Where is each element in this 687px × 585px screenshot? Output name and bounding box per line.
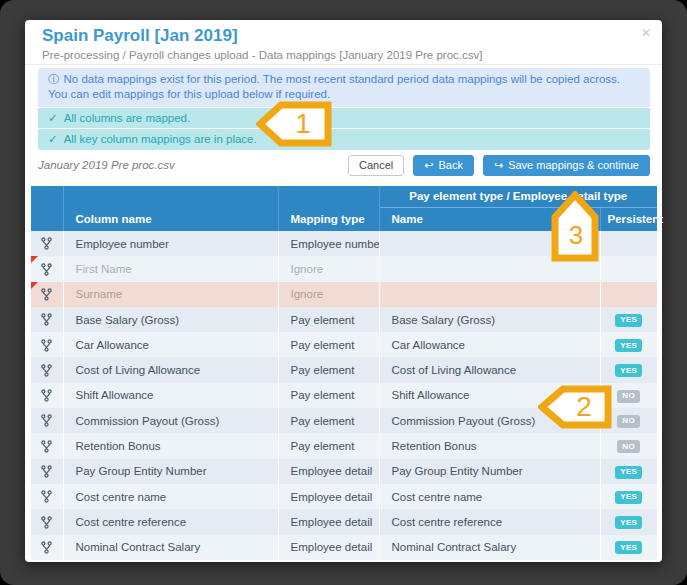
fork-icon[interactable] <box>41 465 52 478</box>
mapping-type-cell: Employee detail <box>278 484 379 509</box>
upload-filename: January 2019 Pre proc.csv <box>38 159 175 171</box>
mapping-handle-cell <box>31 307 63 332</box>
mapping-handle-cell <box>31 509 63 534</box>
table-row: Cost centre name Employee detail Cost ce… <box>31 484 657 509</box>
element-name-cell: Car Allowance <box>379 332 600 357</box>
persistent-badge: NO <box>617 440 640 453</box>
warning-flag-icon <box>31 256 38 263</box>
save-mappings-button[interactable]: ↪Save mappings & continue <box>483 155 650 176</box>
column-name-cell: Employee number <box>63 231 278 256</box>
element-name-cell: Nominal Contract Salary <box>379 535 600 560</box>
mapping-type-cell: Pay element <box>278 307 379 332</box>
persistent-cell <box>600 231 657 256</box>
info-banner-text: No data mappings exist for this period. … <box>48 73 620 100</box>
mapping-handle-cell <box>31 433 63 458</box>
check-text: All columns are mapped. <box>64 112 191 124</box>
check-text: All key column mappings are in place. <box>64 133 257 145</box>
persistent-cell <box>600 282 657 307</box>
element-name-cell: Cost centre reference <box>379 509 600 534</box>
table-row: Retention Bonus Pay element Retention Bo… <box>31 433 657 458</box>
fork-icon[interactable] <box>41 364 52 377</box>
element-name-cell: Retention Bonus <box>379 433 600 458</box>
check-key-mappings: ✓All key column mappings are in place. <box>38 129 650 150</box>
check-icon: ✓ <box>48 112 58 124</box>
persistent-cell: YES <box>600 357 657 382</box>
info-icon: ⓘ <box>48 73 60 85</box>
table-row: Cost centre reference Employee detail Co… <box>31 509 657 534</box>
column-name-cell: Shift Allowance <box>63 383 278 408</box>
persistent-header: Persistent <box>600 207 657 231</box>
icon-column-header <box>31 186 63 231</box>
persistent-cell: YES <box>600 509 657 534</box>
mapping-handle-cell <box>31 282 63 307</box>
mapping-type-cell: Pay element <box>278 357 379 382</box>
element-name-cell: Base Salary (Gross) <box>379 307 600 332</box>
mapping-type-cell: Employee detail <box>278 535 379 560</box>
fork-icon[interactable] <box>41 541 52 554</box>
persistent-badge: YES <box>615 314 642 327</box>
mapping-type-cell: Ignore <box>278 256 379 281</box>
table-row: Base Salary (Gross) Pay element Base Sal… <box>31 307 657 332</box>
fork-icon[interactable] <box>41 389 52 402</box>
fork-icon[interactable] <box>41 440 52 453</box>
annotation-arrow-2: 2 <box>538 385 612 429</box>
persistent-cell: YES <box>600 535 657 560</box>
toolbar: January 2019 Pre proc.csv Cancel ↩Back ↪… <box>38 154 650 176</box>
table-row: Cost of Living Allowance Pay element Cos… <box>31 357 657 382</box>
fork-icon[interactable] <box>41 516 52 529</box>
cancel-button[interactable]: Cancel <box>348 155 404 176</box>
group-header: Pay element type / Employee detail type <box>379 186 657 207</box>
fork-icon[interactable] <box>41 263 52 276</box>
table-row: Car Allowance Pay element Car Allowance … <box>31 332 657 357</box>
fork-icon[interactable] <box>41 288 52 301</box>
back-button[interactable]: ↩Back <box>413 155 474 176</box>
table-row: Nominal Contract Salary Employee detail … <box>31 535 657 560</box>
forward-arrow-icon: ↪ <box>494 159 503 172</box>
persistent-badge: YES <box>615 491 642 504</box>
persistent-badge: YES <box>615 541 642 554</box>
mapping-handle-cell <box>31 408 63 433</box>
svg-text:1: 1 <box>295 108 311 139</box>
column-name-cell: Commission Payout (Gross) <box>63 408 278 433</box>
fork-icon[interactable] <box>41 313 52 326</box>
fork-icon[interactable] <box>41 414 52 427</box>
persistent-badge: NO <box>617 415 640 428</box>
mapping-handle-cell <box>31 459 63 484</box>
mapping-type-header: Mapping type <box>278 186 379 231</box>
mapping-handle-cell <box>31 231 63 256</box>
warning-flag-icon <box>31 282 38 289</box>
mapping-handle-cell <box>31 332 63 357</box>
back-arrow-icon: ↩ <box>424 159 433 172</box>
persistent-cell: NO <box>600 433 657 458</box>
svg-text:3: 3 <box>569 220 583 250</box>
mapping-type-cell: Pay element <box>278 433 379 458</box>
column-name-cell: Surname <box>63 282 278 307</box>
element-name-cell <box>379 282 600 307</box>
check-columns-mapped: ✓All columns are mapped. <box>38 108 650 128</box>
annotation-arrow-3: 3 <box>551 191 599 262</box>
close-icon[interactable]: ✕ <box>641 27 651 39</box>
persistent-cell: YES <box>600 484 657 509</box>
mapping-type-cell: Pay element <box>278 408 379 433</box>
column-name-cell: Nominal Contract Salary <box>63 535 278 560</box>
mapping-handle-cell <box>31 357 63 382</box>
check-icon: ✓ <box>48 133 58 145</box>
breadcrumb: Pre-processing / Payroll changes upload … <box>42 49 482 61</box>
fork-icon[interactable] <box>41 339 52 352</box>
mapping-handle-cell <box>31 383 63 408</box>
svg-text:2: 2 <box>576 391 592 422</box>
fork-icon[interactable] <box>41 237 52 250</box>
column-name-cell: First Name <box>63 256 278 281</box>
persistent-badge: NO <box>617 390 640 403</box>
mapping-type-cell: Ignore <box>278 282 379 307</box>
mapping-type-cell: Pay element <box>278 332 379 357</box>
alert-stack: ⓘNo data mappings exist for this period.… <box>38 68 650 150</box>
mapping-type-cell: Pay element <box>278 383 379 408</box>
mapping-type-cell: Employee detail <box>278 459 379 484</box>
persistent-badge: YES <box>615 339 642 352</box>
fork-icon[interactable] <box>41 490 52 503</box>
page-title: Spain Payroll [Jan 2019] <box>42 26 238 46</box>
column-name-cell: Cost centre name <box>63 484 278 509</box>
persistent-badge: YES <box>615 466 642 479</box>
persistent-cell: YES <box>600 332 657 357</box>
